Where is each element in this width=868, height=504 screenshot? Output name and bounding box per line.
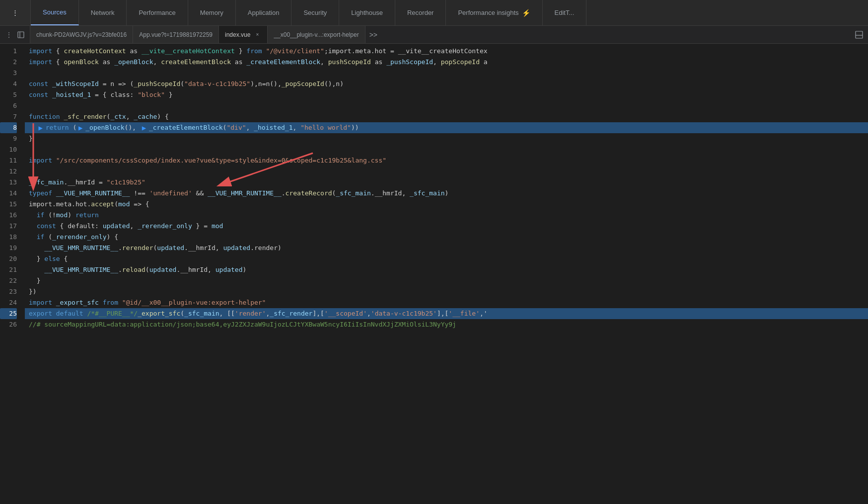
line-num-10: 10 [0,144,17,155]
code-line-1: import { createHotContext as __vite__cre… [25,46,868,57]
file-tabs-bar: ⋮ chunk-PD2AWGJV.js?v=23bfe016 App.vue?t… [0,26,868,44]
toggle-sidebar-btn[interactable] [16,30,26,40]
line-num-22: 22 [0,275,17,286]
line-num-17: 17 [0,221,17,232]
code-line-8: ▶ return ( ▶ _openBlock(), ▶ _createElem… [25,122,868,133]
debug-indicator-open: ▶ [76,124,84,132]
code-line-20: } else { [25,253,868,264]
line-num-6: 6 [0,100,17,111]
tab-recorder-label: Recorder [407,9,434,16]
line-num-23: 23 [0,286,17,297]
panel-toggle-btn[interactable] [850,26,868,43]
file-tab-helper[interactable]: __x00__plugin-v...:export-helper [268,26,365,43]
line-num-3: 3 [0,68,17,79]
code-line-21: __VUE_HMR_RUNTIME__.reload(updated.__hmr… [25,264,868,275]
code-line-22: } [25,275,868,286]
file-tabs-controls: ⋮ [0,26,30,43]
file-tabs: chunk-PD2AWGJV.js?v=23bfe016 App.vue?t=1… [30,26,850,43]
tab-performance[interactable]: Performance [127,0,188,25]
line-num-24: 24 [0,297,17,308]
file-tab-chunk[interactable]: chunk-PD2AWGJV.js?v=23bfe016 [30,26,133,43]
file-tab-appvue[interactable]: App.vue?t=1719881972259 [133,26,219,43]
code-line-2: import { openBlock as _openBlock, create… [25,57,868,68]
file-tab-chunk-label: chunk-PD2AWGJV.js?v=23bfe016 [36,31,127,38]
file-tab-appvue-label: App.vue?t=1719881972259 [139,31,213,38]
line-num-5: 5 [0,89,17,100]
code-line-23: }) [25,286,868,297]
tab-perf-insights-label: Performance insights [458,9,518,16]
perf-insights-icon: ⚡ [522,9,530,17]
more-tabs-icon: >> [369,31,377,39]
tab-memory-label: Memory [200,9,223,16]
line-num-2: 2 [0,57,17,68]
code-line-25: export default /*#__PURE__*/_export_sfc(… [25,308,868,319]
code-line-26: //# sourceMappingURL=data:application/js… [25,319,868,330]
svg-rect-2 [856,31,863,38]
tab-network-label: Network [91,9,115,16]
code-line-4: const _withScopeId = n => (_pushScopeId(… [25,79,868,89]
line-num-14: 14 [0,188,17,199]
code-lines[interactable]: import { createHotContext as __vite__cre… [25,44,868,504]
tab-network[interactable]: Network [79,0,127,25]
tab-application[interactable]: Application [236,0,292,25]
tab-security[interactable]: Security [291,0,339,25]
code-editor: 1 2 3 4 5 6 7 8 9 10 11 12 13 14 15 16 1… [0,44,868,504]
code-line-15: import.meta.hot.accept(mod => { [25,199,868,210]
tab-lighthouse-label: Lighthouse [351,9,383,16]
tab-edit-t[interactable]: EditT... [543,0,587,25]
sidebar-toggle-icon [17,31,24,38]
tab-sources-label: Sources [43,8,67,16]
file-tab-helper-label: __x00__plugin-v...:export-helper [274,31,359,38]
code-line-17: const { default: updated, _rerender_only… [25,221,868,232]
tab-edit-t-label: EditT... [555,9,575,16]
svg-rect-0 [18,32,24,38]
line-num-26: 26 [0,319,17,330]
tab-performance-label: Performance [139,9,175,16]
line-num-7: 7 [0,111,17,122]
line-num-13: 13 [0,177,17,188]
breakpoint-indicator-8: ▶ [37,124,45,132]
code-line-6 [25,100,868,111]
code-line-18: if (_rerender_only) { [25,232,868,243]
code-line-9: } [25,133,868,144]
line-num-18: 18 [0,232,17,243]
tab-security-label: Security [303,9,327,16]
line-num-21: 21 [0,264,17,275]
file-tab-indexvue[interactable]: index.vue × [219,26,268,43]
tab-recorder[interactable]: Recorder [395,0,446,25]
code-line-7: function _sfc_render(_ctx, _cache) { [25,111,868,122]
code-line-5: const _hoisted_1 = { class: "block" } [25,89,868,100]
code-line-14: typeof __VUE_HMR_RUNTIME__ !== 'undefine… [25,188,868,199]
tab-application-label: Application [248,9,280,16]
tab-memory[interactable]: Memory [188,0,236,25]
line-num-11: 11 [0,155,17,166]
line-num-1: 1 [0,46,17,57]
code-line-13: _sfc_main.__hmrId = "c1c19b25" [25,177,868,188]
code-line-3 [25,68,868,79]
code-line-12 [25,166,868,177]
menu-dots-icon: ⋮ [12,9,18,16]
code-line-11: import "/src/components/cssScoped/index.… [25,155,868,166]
tab-perf-insights[interactable]: Performance insights ⚡ [446,0,542,25]
top-tab-bar: ⋮ Sources Network Performance Memory App… [0,0,868,26]
customize-devtools-btn[interactable]: ⋮ [4,30,14,40]
code-line-19: __VUE_HMR_RUNTIME__.rerender(updated.__h… [25,243,868,253]
code-line-24: import _export_sfc from "@id/__x00__plug… [25,297,868,308]
line-num-8: 8 [0,122,17,133]
more-tabs-btn[interactable]: >> [365,26,381,43]
file-tab-indexvue-label: index.vue [225,31,250,38]
line-num-25: 25 [0,308,17,319]
line-num-15: 15 [0,199,17,210]
line-num-12: 12 [0,166,17,177]
panel-toggle-icon [855,31,863,39]
code-line-16: if (!mod) return [25,210,868,221]
tab-sources[interactable]: Sources [31,0,79,25]
line-num-16: 16 [0,210,17,221]
line-num-19: 19 [0,243,17,253]
line-num-4: 4 [0,79,17,89]
tab-lighthouse[interactable]: Lighthouse [339,0,395,25]
menu-dots-btn[interactable]: ⋮ [0,0,31,25]
line-num-20: 20 [0,253,17,264]
file-tab-close-btn[interactable]: × [253,31,261,39]
line-num-9: 9 [0,133,17,144]
